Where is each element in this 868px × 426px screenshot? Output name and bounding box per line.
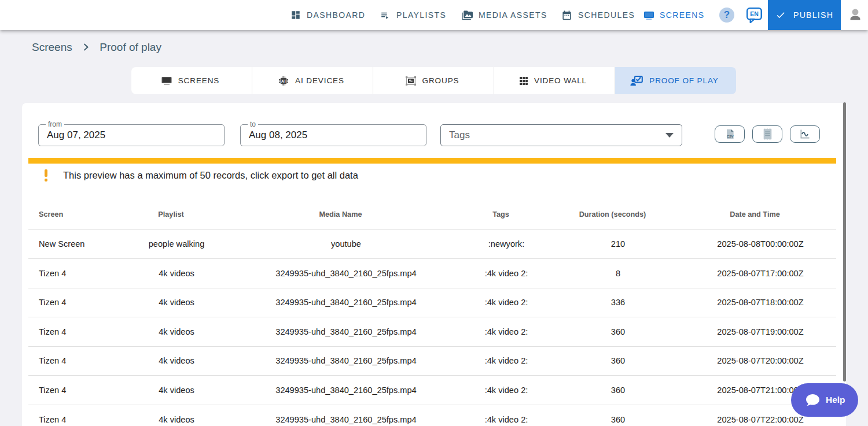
- svg-text:AI: AI: [281, 79, 286, 83]
- svg-text:CSV: CSV: [727, 135, 734, 138]
- svg-text:EN: EN: [750, 10, 759, 17]
